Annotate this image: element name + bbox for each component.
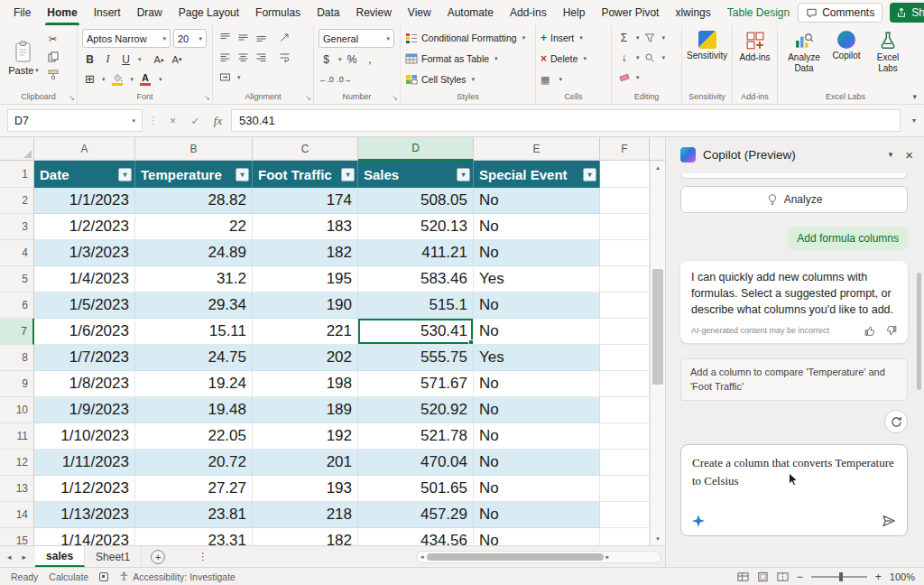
cell-B11[interactable]: 22.05: [135, 423, 253, 450]
font-size-select[interactable]: 20▾: [173, 29, 207, 48]
cell-A11[interactable]: 1/10/2023: [34, 423, 135, 450]
cell-C5[interactable]: 195: [253, 266, 358, 292]
prompt-library-icon[interactable]: [692, 515, 705, 527]
sheet-tab-sheet1[interactable]: Sheet1: [85, 546, 142, 567]
filter-dropdown-icon[interactable]: ▾: [583, 168, 596, 181]
cell-E14[interactable]: No: [474, 502, 600, 528]
name-box[interactable]: D7 ▾: [7, 109, 143, 132]
zoom-slider-thumb[interactable]: [839, 572, 843, 581]
cell-B4[interactable]: 24.89: [135, 240, 253, 266]
cell-F12[interactable]: [600, 450, 650, 476]
record-macro-icon[interactable]: [99, 572, 108, 581]
cell-F8[interactable]: [600, 345, 650, 371]
currency-button[interactable]: $: [319, 51, 334, 68]
decrease-decimal-button[interactable]: .0→: [337, 70, 352, 88]
analyze-suggestion-button[interactable]: Analyze: [680, 186, 908, 213]
cell-A9[interactable]: 1/8/2023: [34, 371, 135, 397]
align-right-icon[interactable]: [254, 49, 269, 66]
share-button[interactable]: Share ▾: [890, 3, 924, 23]
bold-button[interactable]: B: [82, 51, 97, 68]
cell-F4[interactable]: [600, 240, 650, 266]
row-header-1[interactable]: 1: [0, 161, 34, 188]
tab-power-pivot[interactable]: Power Pivot: [593, 0, 667, 25]
cancel-button[interactable]: ×: [163, 111, 182, 130]
cell-D3[interactable]: 520.13: [358, 214, 474, 240]
cell-F6[interactable]: [600, 292, 650, 319]
align-center-icon[interactable]: [236, 49, 251, 66]
tab-review[interactable]: Review: [347, 0, 399, 25]
cell-B6[interactable]: 29.34: [135, 292, 253, 319]
scroll-down-icon[interactable]: ▾: [651, 532, 665, 545]
scroll-right-icon[interactable]: ▸: [606, 553, 610, 561]
merge-center-icon[interactable]: [217, 69, 233, 86]
align-bottom-icon[interactable]: [254, 29, 269, 46]
clear-icon[interactable]: [616, 69, 632, 86]
comments-button[interactable]: Comments: [798, 3, 882, 23]
thumbs-up-icon[interactable]: [864, 325, 876, 337]
cell-E2[interactable]: No: [474, 188, 600, 214]
tab-data[interactable]: Data: [309, 0, 347, 25]
cell-A7[interactable]: 1/6/2023: [34, 319, 135, 345]
cell-C8[interactable]: 202: [253, 345, 358, 371]
fill-down-icon[interactable]: ↓: [616, 49, 632, 66]
format-cells-button[interactable]: ▦ ▾: [541, 70, 606, 88]
scroll-up-icon[interactable]: ▴: [651, 161, 665, 174]
autosum-button[interactable]: Σ: [616, 29, 632, 46]
cell-B3[interactable]: 22: [135, 214, 253, 240]
cell-D14[interactable]: 457.29: [358, 502, 474, 528]
row-header-8[interactable]: 8: [0, 345, 34, 371]
cell-F10[interactable]: [600, 397, 650, 423]
cell-D13[interactable]: 501.65: [358, 476, 474, 502]
cut-off-suggestion-button[interactable]: [680, 173, 908, 179]
tab-help[interactable]: Help: [555, 0, 594, 25]
cell-D11[interactable]: 521.78: [358, 423, 474, 450]
cell-F15[interactable]: [600, 528, 650, 545]
align-middle-icon[interactable]: [236, 29, 251, 46]
column-header-C[interactable]: C: [253, 137, 358, 161]
row-header-10[interactable]: 10: [0, 397, 34, 423]
cell-D10[interactable]: 520.92: [358, 397, 474, 423]
horizontal-scroll-thumb[interactable]: [427, 553, 604, 561]
column-header-A[interactable]: A: [34, 137, 135, 161]
cell-A14[interactable]: 1/13/2023: [34, 502, 135, 528]
cell-D6[interactable]: 515.1: [358, 292, 474, 319]
dialog-launcher-icon[interactable]: ↘: [392, 94, 398, 102]
cell-C6[interactable]: 190: [253, 292, 358, 319]
format-painter-icon[interactable]: [45, 68, 60, 82]
zoom-level[interactable]: 100%: [890, 571, 915, 582]
tab-page-layout[interactable]: Page Layout: [171, 0, 247, 25]
cell-F1[interactable]: [600, 161, 650, 188]
cell-C11[interactable]: 192: [253, 423, 358, 450]
page-layout-view-icon[interactable]: [757, 571, 769, 582]
copilot-ribbon-button[interactable]: Copilot: [827, 29, 865, 73]
cell-E10[interactable]: No: [474, 397, 600, 423]
cell-E5[interactable]: Yes: [474, 266, 600, 292]
underline-button[interactable]: U: [118, 51, 134, 68]
cell-F3[interactable]: [600, 214, 650, 240]
zoom-in-button[interactable]: +: [875, 571, 882, 583]
cell-E12[interactable]: No: [474, 450, 600, 476]
cell-F11[interactable]: [600, 423, 650, 450]
cell-C3[interactable]: 183: [253, 214, 358, 240]
vertical-scroll-thumb[interactable]: [652, 269, 663, 385]
copilot-composer[interactable]: Create a column that converts Temperatur…: [680, 444, 908, 536]
cell-A4[interactable]: 1/3/2023: [34, 240, 135, 266]
addins-button[interactable]: Add-ins: [737, 29, 772, 63]
cell-D8[interactable]: 555.75: [358, 345, 474, 371]
suggested-prompt[interactable]: Add a column to compare 'Temperature' an…: [680, 358, 908, 401]
dialog-launcher-icon[interactable]: ↘: [204, 94, 210, 102]
formula-input[interactable]: 530.41: [231, 109, 901, 132]
fill-color-button[interactable]: [108, 70, 126, 88]
copy-icon[interactable]: [45, 50, 60, 64]
cell-A15[interactable]: 1/14/2023: [34, 528, 135, 545]
cell-A13[interactable]: 1/12/2023: [34, 476, 135, 502]
sheet-nav-right-icon[interactable]: ▸: [23, 552, 27, 562]
align-left-icon[interactable]: [217, 49, 233, 66]
cell-A5[interactable]: 1/4/2023: [34, 266, 135, 292]
row-header-15[interactable]: 15: [0, 528, 34, 545]
conditional-formatting-button[interactable]: Conditional Formatting▾: [405, 29, 531, 47]
align-top-icon[interactable]: [217, 29, 233, 46]
format-as-table-button[interactable]: Format as Table▾: [405, 50, 531, 68]
cell-E13[interactable]: No: [474, 476, 600, 502]
cell-C15[interactable]: 182: [253, 528, 358, 545]
